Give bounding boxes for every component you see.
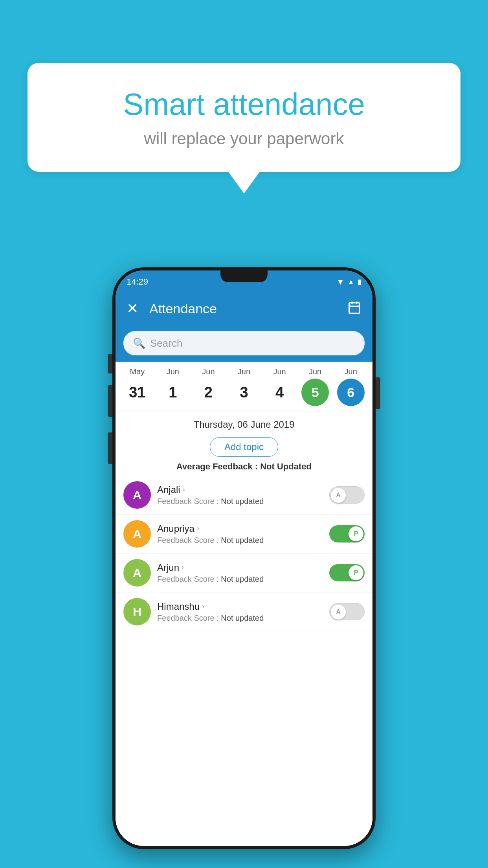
student-feedback-himanshu: Feedback Score : Not updated: [157, 614, 323, 623]
student-name-himanshu: Himanshu ›: [157, 601, 323, 612]
close-button[interactable]: ✕: [127, 300, 138, 317]
date-num-3: 3: [230, 379, 258, 406]
student-info-himanshu: Himanshu › Feedback Score : Not updated: [157, 601, 323, 623]
date-month-2: Jun: [202, 367, 215, 376]
phone-notch: [220, 270, 268, 282]
search-placeholder: Search: [150, 337, 182, 349]
date-col-0[interactable]: May 31: [123, 367, 151, 406]
avatar-anjali: A: [123, 481, 151, 509]
volume-up-button: [108, 385, 112, 417]
attendance-content: Thursday, 06 June 2019 Add topic Average…: [116, 412, 372, 846]
chevron-icon-anupriya: ›: [197, 524, 199, 533]
chevron-icon-anjali: ›: [183, 485, 185, 494]
date-col-4[interactable]: Jun 4: [266, 367, 294, 406]
status-time: 14:29: [127, 277, 148, 287]
date-num-0: 31: [123, 379, 151, 406]
student-info-anupriya: Anupriya › Feedback Score : Not updated: [157, 523, 323, 545]
calendar-icon[interactable]: [347, 300, 361, 317]
date-month-1: Jun: [167, 367, 179, 376]
search-bar[interactable]: 🔍 Search: [123, 331, 365, 355]
status-icons: ▼ ▲ ▮: [336, 278, 361, 287]
date-month-5: Jun: [309, 367, 321, 376]
student-item-anupriya[interactable]: A Anupriya › Feedback Score : Not update…: [116, 515, 372, 554]
date-num-6: 6: [337, 379, 365, 406]
avatar-himanshu: H: [123, 598, 151, 625]
app-bar-title: Attendance: [149, 301, 347, 316]
toggle-arjun[interactable]: P: [329, 564, 365, 581]
power-button: [376, 377, 380, 409]
add-topic-button[interactable]: Add topic: [210, 437, 278, 457]
date-col-5[interactable]: Jun 5: [301, 367, 329, 406]
avatar-anupriya: A: [123, 520, 151, 548]
date-col-6[interactable]: Jun 6: [337, 367, 365, 406]
date-num-4: 4: [266, 379, 294, 406]
toggle-track-anjali: A: [329, 486, 365, 504]
phone-container: 14:29 ▼ ▲ ▮ ✕ Attendance: [112, 267, 376, 849]
search-bar-container: 🔍 Search: [116, 326, 372, 362]
date-col-2[interactable]: Jun 2: [194, 367, 222, 406]
student-item-himanshu[interactable]: H Himanshu › Feedback Score : Not update…: [116, 592, 372, 631]
calendar-section: May 31 Jun 1 Jun 2 Jun 3: [116, 362, 372, 412]
chevron-icon-arjun: ›: [182, 563, 184, 572]
speech-bubble-subtitle: will replace your paperwork: [51, 129, 437, 148]
date-num-2: 2: [194, 379, 222, 406]
date-row: May 31 Jun 1 Jun 2 Jun 3: [119, 367, 369, 406]
avg-feedback-value: Not Updated: [260, 462, 312, 471]
student-info-anjali: Anjali › Feedback Score : Not updated: [157, 484, 323, 506]
student-feedback-anjali: Feedback Score : Not updated: [157, 497, 323, 506]
toggle-thumb-himanshu: A: [331, 605, 346, 620]
toggle-thumb-anjali: A: [331, 488, 346, 503]
toggle-thumb-anupriya: P: [349, 526, 363, 541]
volume-down-button: [108, 432, 112, 464]
search-icon: 🔍: [133, 337, 145, 349]
student-name-anjali: Anjali ›: [157, 484, 323, 495]
student-item-arjun[interactable]: A Arjun › Feedback Score : Not updated: [116, 554, 372, 592]
svg-rect-0: [349, 303, 360, 313]
toggle-anjali[interactable]: A: [329, 486, 365, 504]
date-col-3[interactable]: Jun 3: [230, 367, 258, 406]
student-name-anupriya: Anupriya ›: [157, 523, 323, 534]
date-month-6: Jun: [345, 367, 357, 376]
toggle-himanshu[interactable]: A: [329, 603, 365, 620]
toggle-track-anupriya: P: [329, 525, 365, 542]
avatar-arjun: A: [123, 559, 151, 587]
speech-bubble-title: Smart attendance: [51, 86, 437, 122]
phone-frame: 14:29 ▼ ▲ ▮ ✕ Attendance: [112, 267, 376, 849]
speech-bubble-tail: [228, 172, 260, 193]
volume-silent-button: [108, 354, 112, 373]
toggle-thumb-arjun: P: [349, 565, 363, 580]
student-list: A Anjali › Feedback Score : Not updated: [116, 476, 372, 846]
date-num-5: 5: [301, 379, 329, 406]
date-month-3: Jun: [238, 367, 250, 376]
student-info-arjun: Arjun › Feedback Score : Not updated: [157, 562, 323, 584]
toggle-anupriya[interactable]: P: [329, 525, 365, 542]
date-month-0: May: [130, 367, 145, 376]
date-col-1[interactable]: Jun 1: [159, 367, 187, 406]
date-month-4: Jun: [273, 367, 286, 376]
toggle-track-arjun: P: [329, 564, 365, 581]
speech-bubble: Smart attendance will replace your paper…: [28, 63, 460, 172]
battery-icon: ▮: [358, 278, 361, 286]
phone-screen: 14:29 ▼ ▲ ▮ ✕ Attendance: [116, 270, 372, 846]
chevron-icon-himanshu: ›: [202, 602, 204, 611]
student-name-arjun: Arjun ›: [157, 562, 323, 573]
toggle-track-himanshu: A: [329, 603, 365, 620]
app-bar: ✕ Attendance: [116, 291, 372, 326]
wifi-icon: ▼: [336, 278, 344, 287]
signal-icon: ▲: [347, 278, 354, 286]
student-feedback-anupriya: Feedback Score : Not updated: [157, 536, 323, 545]
speech-bubble-container: Smart attendance will replace your paper…: [28, 63, 460, 193]
date-num-1: 1: [159, 379, 187, 406]
student-item-anjali[interactable]: A Anjali › Feedback Score : Not updated: [116, 476, 372, 515]
average-feedback: Average Feedback : Not Updated: [116, 462, 372, 472]
selected-date: Thursday, 06 June 2019: [116, 412, 372, 434]
avg-feedback-label: Average Feedback :: [176, 462, 260, 471]
student-feedback-arjun: Feedback Score : Not updated: [157, 575, 323, 584]
